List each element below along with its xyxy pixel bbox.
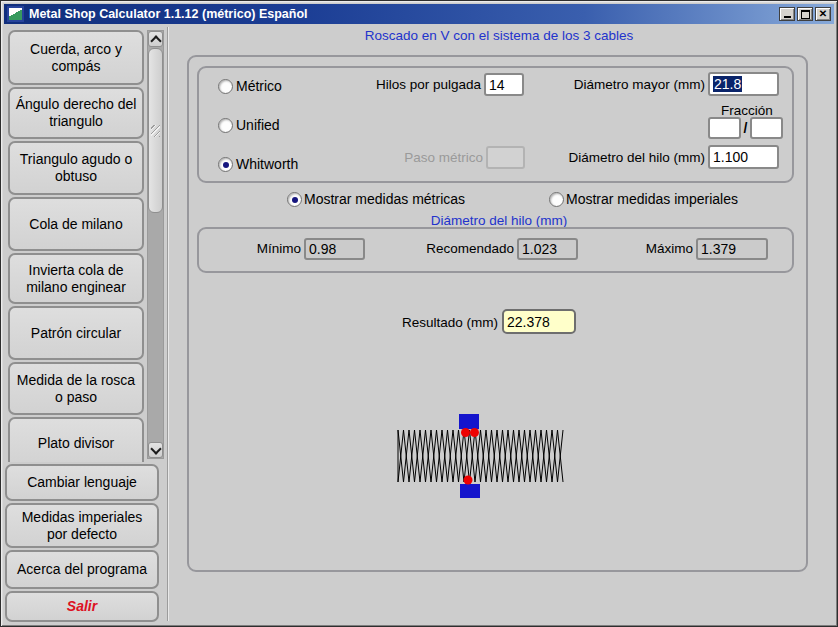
app-window: Metal Shop Calculator 1.1.12 (métrico) E…: [0, 0, 838, 627]
minimo-value: [304, 238, 365, 260]
chevron-up-icon: [150, 35, 161, 46]
resultado-label: Resultado (mm): [379, 312, 498, 334]
titlebar: Metal Shop Calculator 1.1.12 (métrico) E…: [4, 4, 834, 24]
maximo-value: [696, 238, 768, 260]
radio-unified-label[interactable]: Unified: [236, 116, 280, 134]
radio-medidas-imperiales-label[interactable]: Mostrar medidas imperiales: [566, 190, 738, 208]
scroll-up-button[interactable]: [148, 31, 163, 47]
recomendado-label: Recomendado: [399, 238, 514, 260]
close-icon: ✕: [819, 9, 827, 19]
radio-unified[interactable]: [218, 118, 233, 133]
app-image-icon: [7, 6, 24, 22]
about-button[interactable]: Acerca del programa: [5, 550, 159, 589]
change-language-button[interactable]: Cambiar lenguaje: [5, 464, 159, 501]
sidebar-item-plato-divisor[interactable]: Plato divisor: [8, 417, 144, 462]
sidebar-item-invierta-cola[interactable]: Invierta cola de milano enginear: [8, 253, 144, 304]
hilos-por-pulgada-input[interactable]: [484, 73, 524, 96]
sidebar-item-cuerda-arco-compas[interactable]: Cuerda, arco y compás: [8, 30, 144, 85]
radio-whitworth-label[interactable]: Whitworth: [236, 155, 298, 173]
radio-whitworth[interactable]: [218, 157, 233, 172]
diametro-mayor-input[interactable]: 21.8: [708, 72, 779, 96]
sidebar-divider: [167, 27, 168, 621]
sidebar-item-patron-circular[interactable]: Patrón circular: [8, 306, 144, 360]
maximize-icon: [801, 10, 810, 19]
diametro-mayor-label: Diámetro mayor (mm): [537, 74, 705, 96]
scrollbar-thumb[interactable]: [148, 48, 163, 213]
scrollbar-grip-icon: [151, 125, 160, 137]
page-title: Roscado en V con el sistema de los 3 cab…: [171, 28, 827, 43]
minimize-icon: [784, 16, 791, 18]
chevron-down-icon: [150, 443, 161, 454]
sidebar-item-medida-rosca[interactable]: Medida de la rosca o paso: [8, 362, 144, 415]
maximo-label: Máximo: [629, 238, 693, 260]
sidebar-item-angulo-derecho[interactable]: Ángulo derecho del triangulo: [8, 87, 144, 139]
fraccion-separator: /: [744, 120, 748, 136]
radio-medidas-metricas-label[interactable]: Mostrar medidas métricas: [304, 190, 465, 208]
sidebar-item-cola-de-milano[interactable]: Cola de milano: [8, 197, 144, 251]
radio-medidas-imperiales[interactable]: [549, 192, 564, 207]
fraccion-numerator-input[interactable]: [708, 117, 741, 139]
fraccion-denominator-input[interactable]: [750, 117, 783, 139]
maximize-button[interactable]: [797, 7, 813, 21]
minimo-label: Mínimo: [231, 238, 301, 260]
radio-metrico-label[interactable]: Métrico: [236, 77, 282, 95]
measuring-wire-bottom: [464, 476, 473, 485]
sidebar-nav: Cuerda, arco y compás Ángulo derecho del…: [8, 30, 144, 462]
radio-medidas-metricas[interactable]: [287, 192, 302, 207]
thread-three-wire-diagram: [396, 413, 571, 503]
minimize-button[interactable]: [779, 7, 795, 21]
resultado-value: [502, 309, 576, 334]
close-button[interactable]: ✕: [815, 7, 831, 21]
bottom-anvil: [460, 484, 480, 498]
diametro-hilo-input[interactable]: [708, 145, 779, 169]
paso-metrico-input: [486, 146, 525, 169]
thread-profile-line-b: [398, 430, 563, 482]
scroll-down-button[interactable]: [148, 442, 163, 458]
sidebar-item-triangulo-agudo[interactable]: Triangulo agudo o obtuso: [8, 141, 144, 195]
radio-metrico[interactable]: [218, 79, 233, 94]
diametro-hilo-label: Diámetro del hilo (mm): [531, 147, 705, 169]
hilos-por-pulgada-label: Hilos por pulgada: [341, 74, 481, 96]
paso-metrico-label: Paso métrico: [381, 147, 483, 169]
top-anvil: [459, 414, 479, 429]
measuring-wire-top-left: [461, 428, 470, 437]
sidebar-scrollbar[interactable]: [147, 30, 164, 459]
exit-button[interactable]: Salir: [5, 591, 159, 622]
diametro-mayor-value: 21.8: [713, 76, 742, 92]
imperial-default-button[interactable]: Medidas imperiales por defecto: [5, 503, 159, 548]
window-title: Metal Shop Calculator 1.1.12 (métrico) E…: [29, 7, 779, 21]
recomendado-value: [517, 238, 578, 260]
measuring-wire-top-right: [470, 428, 479, 437]
